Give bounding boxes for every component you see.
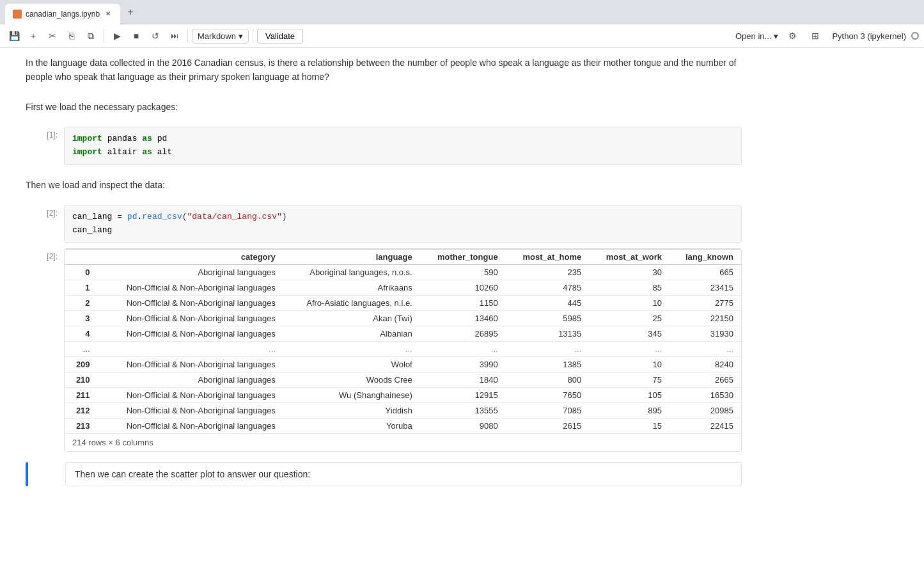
table-cell-most_at_work: 25 [589,310,670,326]
notebook-icon [13,10,22,19]
table-row: 2Non-Official & Non-Aboriginal languages… [65,295,741,310]
table-cell-mother_tongue: 590 [420,264,506,280]
table-row: 210Aboriginal languagesWoods Cree1840800… [65,372,741,387]
table-cell-category: Non-Official & Non-Aboriginal languages [98,295,283,310]
table-cell-most_at_work: 345 [589,326,670,341]
output-2-content: category language mother_tongue most_at_… [64,248,742,452]
restart-button[interactable]: ↺ [146,27,164,45]
table-cell-category: Non-Official & Non-Aboriginal languages [98,418,283,433]
output-table: category language mother_tongue most_at_… [65,249,741,434]
cell-1-label: [1]: [26,127,64,140]
table-cell-category: Non-Official & Non-Aboriginal languages [98,356,283,372]
load-packages-markdown: First we load the necessary packages: [26,92,742,122]
table-cell-most_at_home: 4785 [506,280,590,295]
new-tab-button[interactable]: + [123,4,138,20]
table-cell-mother_tongue: 10260 [420,280,506,295]
add-cell-button[interactable]: + [24,27,42,45]
table-cell-lang_known: 23415 [670,280,741,295]
table-cell-category: Non-Official & Non-Aboriginal languages [98,387,283,403]
next-markdown-content[interactable]: Then we can create the scatter plot to a… [65,462,742,486]
table-cell-mother_tongue: 3990 [420,356,506,372]
th-mother-tongue: mother_tongue [420,249,506,264]
run-button[interactable]: ▶ [108,27,126,45]
table-cell-mother_tongue: 1150 [420,295,506,310]
table-cell-most_at_home: 13135 [506,326,590,341]
table-cell-lang_known: 2775 [670,295,741,310]
table-cell-most_at_work: 105 [589,387,670,403]
table-cell-category: Aboriginal languages [98,264,283,280]
tab-bar: canadian_langs.ipynb ✕ + [5,0,138,24]
tab-close-button[interactable]: ✕ [104,10,113,19]
kernel-label: Python 3 (ipykernel) [832,31,906,41]
copy-button[interactable]: ⎘ [63,27,81,45]
next-markdown-cell: Then we can create the scatter plot to a… [26,462,742,486]
share-button[interactable]: ⊞ [806,27,824,45]
cell-type-dropdown[interactable]: Markdown ▾ [192,29,249,44]
fast-forward-button[interactable]: ⏭ [166,27,184,45]
table-cell-idx: 2 [65,295,98,310]
code-cell-2: [2]: can_lang = pd.read_csv("data/can_la… [26,205,742,243]
table-cell-most_at_home: 2615 [506,418,590,433]
table-cell-language: Akan (Twi) [283,310,420,326]
table-cell-most_at_home: 7650 [506,387,590,403]
table-cell-language: Wu (Shanghainese) [283,387,420,403]
cell-2-label: [2]: [26,205,64,218]
active-tab[interactable]: canadian_langs.ipynb ✕ [5,4,120,24]
stop-button[interactable]: ■ [127,27,145,45]
open-in-button[interactable]: Open in... ▾ [735,31,778,41]
cell-2-code[interactable]: can_lang = pd.read_csv("data/can_lang.cs… [65,205,741,243]
kernel-status [911,32,919,40]
paste-button[interactable]: ⧉ [82,27,100,45]
separator-3 [253,29,253,42]
ellipsis-cell: ... [589,341,670,356]
equals-op: = [117,212,122,221]
alt-alias: alt [157,147,172,157]
table-row: 212Non-Official & Non-Aboriginal languag… [65,403,741,418]
output-cell-2: [2]: category language mother_tongue mos… [26,248,742,452]
table-cell-lang_known: 8240 [670,356,741,372]
dataframe-container: category language mother_tongue most_at_… [65,249,741,434]
separator-1 [104,29,104,42]
ellipsis-cell: ... [506,341,590,356]
save-button[interactable]: 💾 [5,27,23,45]
table-cell-mother_tongue: 12915 [420,387,506,403]
notebook-inner: In the language data collected in the 20… [0,48,767,512]
table-cell-most_at_home: 235 [506,264,590,280]
table-row: ..................... [65,341,741,356]
table-cell-language: Wolof [283,356,420,372]
table-cell-idx: 211 [65,387,98,403]
can-lang-var-1: can_lang [72,212,112,221]
table-cell-mother_tongue: 13555 [420,403,506,418]
load-data-text: Then we load and inspect the data: [26,178,742,192]
table-cell-lang_known: 22150 [670,310,741,326]
table-cell-language: Woods Cree [283,372,420,387]
cell-1-content[interactable]: import pandas as pd import altair as alt [64,127,742,165]
as-kw-2: as [142,147,152,157]
table-cell-mother_tongue: 9080 [420,418,506,433]
table-row: 211Non-Official & Non-Aboriginal languag… [65,387,741,403]
cell-2-content[interactable]: can_lang = pd.read_csv("data/can_lang.cs… [64,205,742,243]
table-cell-idx: 0 [65,264,98,280]
table-header-row: category language mother_tongue most_at_… [65,249,741,264]
ellipsis-cell: ... [65,341,98,356]
intro-markdown: In the language data collected in the 20… [26,48,742,92]
table-row: 0Aboriginal languagesAboriginal language… [65,264,741,280]
table-cell-category: Non-Official & Non-Aboriginal languages [98,403,283,418]
validate-button[interactable]: Validate [257,29,303,44]
jupyter-toolbar: 💾 + ✂ ⎘ ⧉ ▶ ■ ↺ ⏭ Markdown ▾ Validate Op… [0,24,924,48]
table-cell-most_at_home: 7085 [506,403,590,418]
settings-button[interactable]: ⚙ [783,27,801,45]
altair-id: altair [107,147,137,157]
th-most-at-home: most_at_home [506,249,590,264]
cell-1-code[interactable]: import pandas as pd import altair as alt [65,127,741,164]
table-cell-most_at_home: 1385 [506,356,590,372]
code-cell-1: [1]: import pandas as pd import altair a… [26,127,742,165]
table-cell-lang_known: 20985 [670,403,741,418]
th-most-at-work: most_at_work [589,249,670,264]
import-kw-1: import [72,134,102,143]
cut-button[interactable]: ✂ [43,27,61,45]
table-cell-language: Aboriginal languages, n.o.s. [283,264,420,280]
pandas-id: pandas [107,134,137,143]
ellipsis-cell: ... [283,341,420,356]
table-cell-most_at_work: 10 [589,356,670,372]
